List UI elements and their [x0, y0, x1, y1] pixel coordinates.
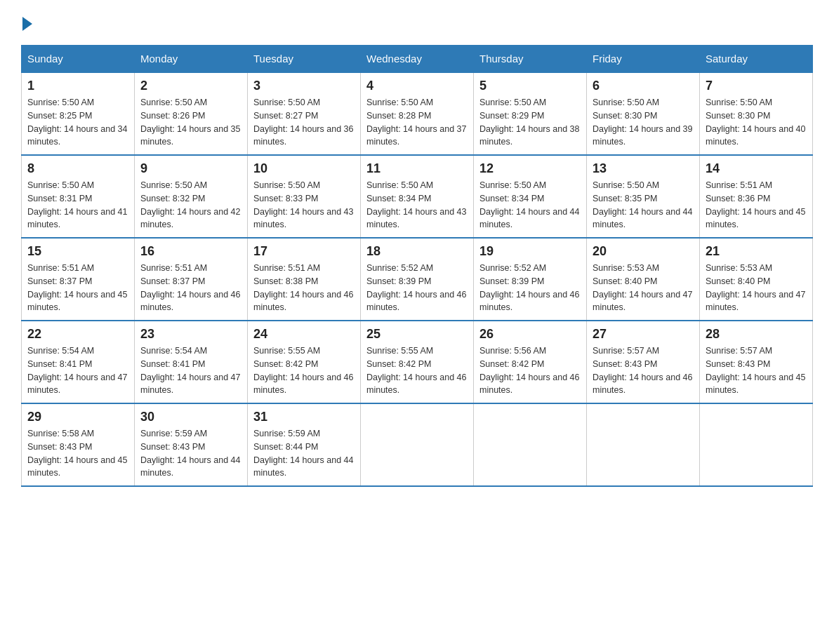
header-day-friday: Friday — [587, 46, 700, 73]
day-info: Sunrise: 5:50 AMSunset: 8:30 PMDaylight:… — [593, 96, 694, 149]
day-number: 28 — [706, 327, 807, 342]
day-number: 18 — [366, 244, 468, 259]
calendar-cell: 29 Sunrise: 5:58 AMSunset: 8:43 PMDaylig… — [22, 403, 135, 486]
calendar-cell: 21 Sunrise: 5:53 AMSunset: 8:40 PMDaylig… — [700, 238, 813, 321]
day-info: Sunrise: 5:54 AMSunset: 8:41 PMDaylight:… — [140, 344, 241, 397]
day-number: 9 — [140, 161, 241, 176]
header-day-monday: Monday — [135, 46, 248, 73]
day-info: Sunrise: 5:50 AMSunset: 8:26 PMDaylight:… — [140, 96, 241, 149]
day-info: Sunrise: 5:57 AMSunset: 8:43 PMDaylight:… — [706, 344, 807, 397]
calendar-cell: 31 Sunrise: 5:59 AMSunset: 8:44 PMDaylig… — [248, 403, 361, 486]
day-number: 31 — [253, 410, 355, 424]
day-info: Sunrise: 5:58 AMSunset: 8:43 PMDaylight:… — [27, 427, 128, 480]
day-info: Sunrise: 5:56 AMSunset: 8:42 PMDaylight:… — [479, 344, 581, 397]
day-info: Sunrise: 5:50 AMSunset: 8:35 PMDaylight:… — [593, 179, 694, 232]
day-number: 4 — [366, 79, 468, 93]
day-number: 13 — [593, 161, 694, 176]
day-info: Sunrise: 5:50 AMSunset: 8:32 PMDaylight:… — [140, 179, 241, 232]
day-info: Sunrise: 5:50 AMSunset: 8:33 PMDaylight:… — [253, 179, 355, 232]
day-number: 27 — [593, 327, 694, 342]
day-info: Sunrise: 5:51 AMSunset: 8:37 PMDaylight:… — [27, 262, 128, 314]
calendar-cell: 23 Sunrise: 5:54 AMSunset: 8:41 PMDaylig… — [135, 321, 248, 403]
calendar-week-row: 1 Sunrise: 5:50 AMSunset: 8:25 PMDayligh… — [22, 72, 813, 155]
day-number: 26 — [479, 327, 581, 342]
day-info: Sunrise: 5:59 AMSunset: 8:43 PMDaylight:… — [140, 427, 241, 480]
calendar-cell: 12 Sunrise: 5:50 AMSunset: 8:34 PMDaylig… — [474, 155, 587, 238]
day-info: Sunrise: 5:50 AMSunset: 8:31 PMDaylight:… — [27, 179, 128, 232]
day-info: Sunrise: 5:50 AMSunset: 8:30 PMDaylight:… — [706, 96, 807, 149]
calendar-header-row: SundayMondayTuesdayWednesdayThursdayFrid… — [22, 46, 813, 73]
calendar-cell: 3 Sunrise: 5:50 AMSunset: 8:27 PMDayligh… — [248, 72, 361, 155]
day-info: Sunrise: 5:52 AMSunset: 8:39 PMDaylight:… — [366, 262, 468, 314]
header-day-tuesday: Tuesday — [248, 46, 361, 73]
day-number: 16 — [140, 244, 241, 259]
day-info: Sunrise: 5:50 AMSunset: 8:25 PMDaylight:… — [27, 96, 128, 149]
day-info: Sunrise: 5:54 AMSunset: 8:41 PMDaylight:… — [27, 344, 128, 397]
day-number: 19 — [479, 244, 581, 259]
day-info: Sunrise: 5:55 AMSunset: 8:42 PMDaylight:… — [253, 344, 355, 397]
page-header — [21, 14, 813, 31]
calendar-cell: 4 Sunrise: 5:50 AMSunset: 8:28 PMDayligh… — [361, 72, 474, 155]
day-number: 8 — [27, 161, 128, 176]
calendar-cell: 10 Sunrise: 5:50 AMSunset: 8:33 PMDaylig… — [248, 155, 361, 238]
day-info: Sunrise: 5:51 AMSunset: 8:38 PMDaylight:… — [253, 262, 355, 314]
logo — [21, 14, 32, 31]
calendar-cell: 19 Sunrise: 5:52 AMSunset: 8:39 PMDaylig… — [474, 238, 587, 321]
calendar-cell: 2 Sunrise: 5:50 AMSunset: 8:26 PMDayligh… — [135, 72, 248, 155]
calendar-cell: 13 Sunrise: 5:50 AMSunset: 8:35 PMDaylig… — [587, 155, 700, 238]
day-number: 2 — [140, 79, 241, 93]
day-number: 11 — [366, 161, 468, 176]
day-info: Sunrise: 5:53 AMSunset: 8:40 PMDaylight:… — [593, 262, 694, 314]
day-number: 15 — [27, 244, 128, 259]
calendar-cell: 14 Sunrise: 5:51 AMSunset: 8:36 PMDaylig… — [700, 155, 813, 238]
day-number: 12 — [479, 161, 581, 176]
day-number: 24 — [253, 327, 355, 342]
day-info: Sunrise: 5:52 AMSunset: 8:39 PMDaylight:… — [479, 262, 581, 314]
calendar-cell: 9 Sunrise: 5:50 AMSunset: 8:32 PMDayligh… — [135, 155, 248, 238]
day-info: Sunrise: 5:50 AMSunset: 8:34 PMDaylight:… — [479, 179, 581, 232]
day-number: 25 — [366, 327, 468, 342]
calendar-cell: 24 Sunrise: 5:55 AMSunset: 8:42 PMDaylig… — [248, 321, 361, 403]
day-number: 20 — [593, 244, 694, 259]
header-day-saturday: Saturday — [700, 46, 813, 73]
day-info: Sunrise: 5:59 AMSunset: 8:44 PMDaylight:… — [253, 427, 355, 480]
calendar-cell: 16 Sunrise: 5:51 AMSunset: 8:37 PMDaylig… — [135, 238, 248, 321]
calendar-cell — [700, 403, 813, 486]
calendar-cell: 27 Sunrise: 5:57 AMSunset: 8:43 PMDaylig… — [587, 321, 700, 403]
day-number: 17 — [253, 244, 355, 259]
header-day-sunday: Sunday — [22, 46, 135, 73]
calendar-cell: 1 Sunrise: 5:50 AMSunset: 8:25 PMDayligh… — [22, 72, 135, 155]
day-number: 10 — [253, 161, 355, 176]
day-number: 30 — [140, 410, 241, 424]
day-number: 1 — [27, 79, 128, 93]
day-info: Sunrise: 5:50 AMSunset: 8:28 PMDaylight:… — [366, 96, 468, 149]
header-day-wednesday: Wednesday — [361, 46, 474, 73]
day-number: 21 — [706, 244, 807, 259]
calendar-cell: 6 Sunrise: 5:50 AMSunset: 8:30 PMDayligh… — [587, 72, 700, 155]
calendar-cell: 11 Sunrise: 5:50 AMSunset: 8:34 PMDaylig… — [361, 155, 474, 238]
calendar-cell: 15 Sunrise: 5:51 AMSunset: 8:37 PMDaylig… — [22, 238, 135, 321]
calendar-cell: 28 Sunrise: 5:57 AMSunset: 8:43 PMDaylig… — [700, 321, 813, 403]
calendar-week-row: 22 Sunrise: 5:54 AMSunset: 8:41 PMDaylig… — [22, 321, 813, 403]
day-info: Sunrise: 5:50 AMSunset: 8:29 PMDaylight:… — [479, 96, 581, 149]
calendar-cell — [474, 403, 587, 486]
day-info: Sunrise: 5:50 AMSunset: 8:34 PMDaylight:… — [366, 179, 468, 232]
calendar-week-row: 29 Sunrise: 5:58 AMSunset: 8:43 PMDaylig… — [22, 403, 813, 486]
calendar-cell: 26 Sunrise: 5:56 AMSunset: 8:42 PMDaylig… — [474, 321, 587, 403]
calendar-week-row: 8 Sunrise: 5:50 AMSunset: 8:31 PMDayligh… — [22, 155, 813, 238]
day-info: Sunrise: 5:51 AMSunset: 8:36 PMDaylight:… — [706, 179, 807, 232]
header-day-thursday: Thursday — [474, 46, 587, 73]
day-info: Sunrise: 5:51 AMSunset: 8:37 PMDaylight:… — [140, 262, 241, 314]
day-number: 5 — [479, 79, 581, 93]
day-number: 7 — [706, 79, 807, 93]
calendar-cell: 5 Sunrise: 5:50 AMSunset: 8:29 PMDayligh… — [474, 72, 587, 155]
logo-arrow-icon — [22, 17, 32, 31]
calendar-week-row: 15 Sunrise: 5:51 AMSunset: 8:37 PMDaylig… — [22, 238, 813, 321]
day-number: 23 — [140, 327, 241, 342]
calendar-cell: 25 Sunrise: 5:55 AMSunset: 8:42 PMDaylig… — [361, 321, 474, 403]
calendar-cell: 7 Sunrise: 5:50 AMSunset: 8:30 PMDayligh… — [700, 72, 813, 155]
calendar-cell: 20 Sunrise: 5:53 AMSunset: 8:40 PMDaylig… — [587, 238, 700, 321]
calendar-cell: 8 Sunrise: 5:50 AMSunset: 8:31 PMDayligh… — [22, 155, 135, 238]
day-info: Sunrise: 5:55 AMSunset: 8:42 PMDaylight:… — [366, 344, 468, 397]
day-info: Sunrise: 5:57 AMSunset: 8:43 PMDaylight:… — [593, 344, 694, 397]
